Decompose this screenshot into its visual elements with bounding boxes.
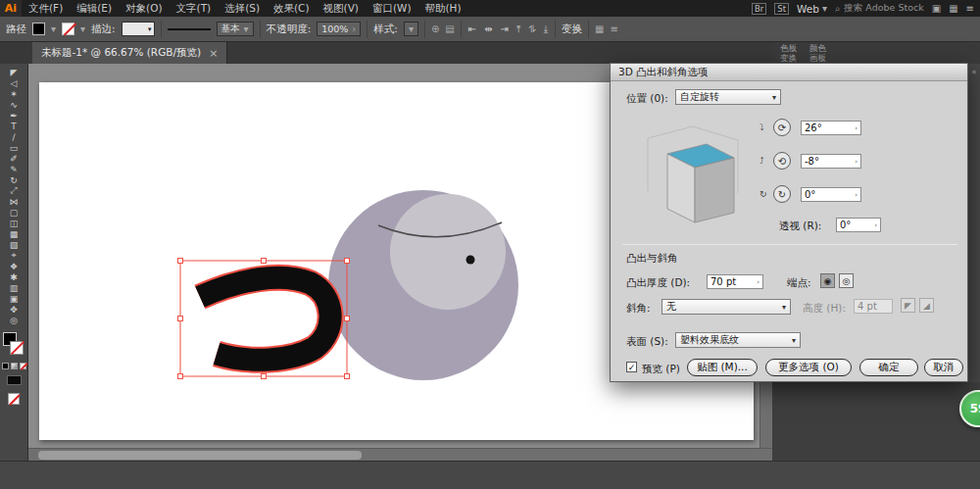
menu-view[interactable]: 视图(V) [317,0,366,17]
rotate-z-field[interactable]: 0° › [801,187,861,202]
direct-selection-tool[interactable]: ◁ [3,77,24,88]
stroke-weight-field[interactable]: ▾ [122,22,155,36]
surface-dropdown[interactable]: 塑料效果底纹 ▾ [675,332,801,348]
zoom-tool[interactable]: ◎ [3,315,24,325]
align-center-icon[interactable]: ⇹ [483,24,493,34]
recolor-artwork-icon[interactable]: ⊕ [431,24,439,34]
blend-tool[interactable]: ❖ [3,261,24,271]
fill-color-swatch[interactable] [32,23,45,35]
none-swatch-icon[interactable] [8,393,20,405]
spinner-icon[interactable]: › [757,279,760,285]
brush-definition-dropdown[interactable]: 基本 ▾ [217,22,254,36]
transform-link[interactable]: 变换 [562,23,582,36]
align-bottom-icon[interactable]: ⤓ [543,24,549,35]
align-right-icon[interactable]: ⇥ [500,24,510,34]
cap-hollow-button[interactable]: ◎ [839,273,854,288]
fill-chevron-icon[interactable]: ▾ [51,24,56,34]
snap-options-icon[interactable]: ▦ [595,24,604,34]
gradient-mode-icon[interactable] [11,363,18,369]
spinner-icon[interactable]: › [855,125,858,131]
cap-solid-button[interactable]: ◉ [820,273,835,288]
dock-collapse-strip[interactable]: « [968,64,980,382]
paintbrush-tool[interactable]: ✐ [3,153,24,164]
lasso-tool[interactable]: ∿ [3,99,24,110]
face-shape[interactable] [390,194,506,310]
menu-edit[interactable]: 编辑(E) [70,0,119,17]
panel-tab-color[interactable]: 颜色 [809,43,826,53]
stroke-chevron-icon[interactable]: ▾ [80,24,85,34]
panel-tab-artboard[interactable]: 画板 [809,53,826,63]
width-tool[interactable]: ⋈ [3,196,24,207]
preview-checkbox[interactable]: ✓ [626,362,637,372]
menu-type[interactable]: 文字(T) [170,0,219,17]
horizontal-scroll-thumb[interactable] [38,451,362,460]
mesh-tool[interactable]: ▦ [3,228,24,239]
align-top-icon[interactable]: ⤒ [515,24,521,35]
menu-effect[interactable]: 效果(C) [267,0,317,17]
artboard-tool[interactable]: ▣ [3,293,24,304]
spinner-icon[interactable]: › [855,192,858,198]
stroke-none-swatch[interactable] [10,341,24,355]
workspace-grid-icon[interactable]: ▦ [949,3,957,14]
perspective-field[interactable]: 0° › [836,218,881,232]
pencil-tool[interactable]: ✎ [3,164,24,174]
stock-search[interactable]: ⌕ 搜索 Adobe Stock [835,2,924,15]
rotate-y-dial[interactable]: ⟲ [773,152,791,170]
collapse-panels-icon[interactable]: « [972,68,977,76]
line-tool[interactable]: ∕ [3,131,24,142]
position-dropdown[interactable]: 自定旋转 ▾ [675,89,781,105]
more-options-button[interactable]: 更多选项 (O) [765,359,852,376]
map-art-button[interactable]: 贴图 (M)... [687,359,758,376]
arrange-documents-icon[interactable]: ▣ [932,3,941,14]
pen-tool[interactable]: ✒ [3,110,24,121]
fill-stroke-swatches[interactable] [2,332,25,358]
graph-tool[interactable]: ▥ [3,282,24,293]
color-mode-icon[interactable] [2,363,9,369]
shape-builder-tool[interactable]: ◫ [3,218,24,228]
dialog-title-bar[interactable]: 3D 凸出和斜角选项 [611,64,967,81]
close-tab-icon[interactable]: × [209,47,218,60]
rectangle-tool[interactable]: ▭ [3,142,24,153]
draw-mode-icon[interactable] [7,375,22,385]
stroke-color-swatch[interactable] [62,23,74,35]
cube-preview[interactable] [630,115,748,236]
document-tab[interactable]: 未标题-1* @ 66.67% (RGB/预览) × [32,42,227,64]
spinner-icon[interactable]: › [855,159,858,165]
opacity-dropdown[interactable]: 100% › [317,22,361,36]
panel-tab-transform[interactable]: 变换 [780,53,797,63]
rotate-y-field[interactable]: -8° › [801,154,861,169]
ok-button[interactable]: 确定 [859,359,918,376]
rotate-x-field[interactable]: 26° › [801,121,861,135]
selection-tool[interactable]: ◤ [3,67,24,77]
hand-tool[interactable]: ✥ [3,304,24,315]
cancel-button[interactable]: 取消 [924,359,963,376]
stock-button[interactable]: St [774,3,789,15]
menu-help[interactable]: 帮助(H) [418,0,468,17]
document-setup-icon[interactable]: ▤ [445,24,454,34]
eyedropper-tool[interactable]: ⌖ [3,250,24,261]
menu-select[interactable]: 选择(S) [218,0,267,17]
type-tool[interactable]: T [3,121,24,131]
menu-window[interactable]: 窗口(W) [366,0,418,17]
bevel-dropdown[interactable]: 无 ▾ [662,299,791,315]
bridge-button[interactable]: Br [752,3,766,15]
free-transform-tool[interactable]: ▢ [3,207,24,218]
window-menu-icon[interactable]: ≡ [966,3,974,14]
stroke-spinner-icon[interactable]: ▾ [148,25,152,33]
gradient-tool[interactable]: ▧ [3,239,24,250]
align-middle-icon[interactable]: ⥮ [527,24,536,35]
rotate-tool[interactable]: ↻ [3,174,24,185]
spinner-icon[interactable]: › [874,222,877,228]
magic-wand-tool[interactable]: ✶ [3,88,24,99]
eye-dot[interactable] [466,256,475,265]
panel-menu-icon[interactable]: ≡ [611,24,618,34]
none-mode-icon[interactable] [20,363,26,369]
rotate-z-dial[interactable]: ↻ [773,185,791,203]
rotate-x-dial[interactable]: ⟳ [773,119,791,136]
menu-object[interactable]: 对象(O) [119,0,169,17]
scale-tool[interactable]: ⤢ [3,185,24,196]
menu-file[interactable]: 文件(F) [22,0,70,17]
style-dropdown[interactable]: ▾ [404,22,418,36]
panel-tab-swatches[interactable]: 色板 [780,43,797,53]
symbol-sprayer-tool[interactable]: ✱ [3,271,24,282]
